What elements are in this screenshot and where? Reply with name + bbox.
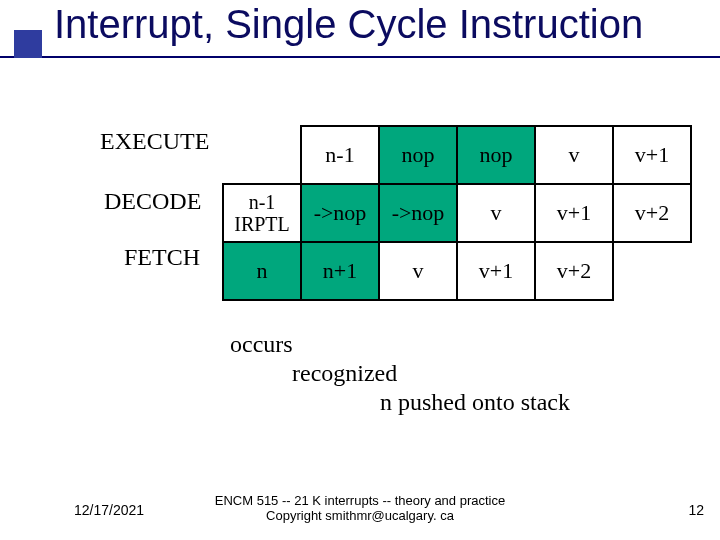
cell: v+1: [457, 242, 535, 300]
cell: v+2: [535, 242, 613, 300]
event-occurs: occurs: [230, 330, 570, 359]
label-fetch: FETCH: [124, 244, 200, 271]
footer-center: ENCM 515 -- 21 K interrupts -- theory an…: [0, 493, 720, 524]
table-row: n-1IRPTL ->nop ->nop v v+1 v+2: [223, 184, 691, 242]
footer: 12/17/2021 ENCM 515 -- 21 K interrupts -…: [0, 480, 720, 528]
cell: nop: [379, 126, 457, 184]
cell: v+1: [535, 184, 613, 242]
cell: v: [457, 184, 535, 242]
events-text: occurs recognized n pushed onto stack: [230, 330, 570, 416]
table-row: n-1 nop nop v v+1: [223, 126, 691, 184]
footer-line2: Copyright smithmr@ucalgary. ca: [266, 508, 454, 523]
pipeline-table: n-1 nop nop v v+1 n-1IRPTL ->nop ->nop v…: [222, 125, 692, 301]
title-bar: Interrupt, Single Cycle Instruction: [0, 0, 720, 58]
cell: n+1: [301, 242, 379, 300]
table-row: n n+1 v v+1 v+2: [223, 242, 691, 300]
cell: n: [223, 242, 301, 300]
footer-line1: ENCM 515 -- 21 K interrupts -- theory an…: [215, 493, 505, 508]
cell: v: [379, 242, 457, 300]
cell: [223, 126, 301, 184]
footer-page-number: 12: [688, 502, 704, 518]
slide-title: Interrupt, Single Cycle Instruction: [54, 2, 643, 47]
cell: [613, 242, 691, 300]
title-square-icon: [14, 30, 42, 58]
cell: n-1IRPTL: [223, 184, 301, 242]
cell: ->nop: [379, 184, 457, 242]
event-pushed: n pushed onto stack: [230, 388, 570, 417]
cell: nop: [457, 126, 535, 184]
cell-text: n-1IRPTL: [234, 191, 290, 235]
cell: v+2: [613, 184, 691, 242]
cell: v: [535, 126, 613, 184]
cell: n-1: [301, 126, 379, 184]
label-execute: EXECUTE: [100, 128, 209, 155]
event-recognized: recognized: [230, 359, 570, 388]
cell: ->nop: [301, 184, 379, 242]
cell: v+1: [613, 126, 691, 184]
label-decode: DECODE: [104, 188, 201, 215]
